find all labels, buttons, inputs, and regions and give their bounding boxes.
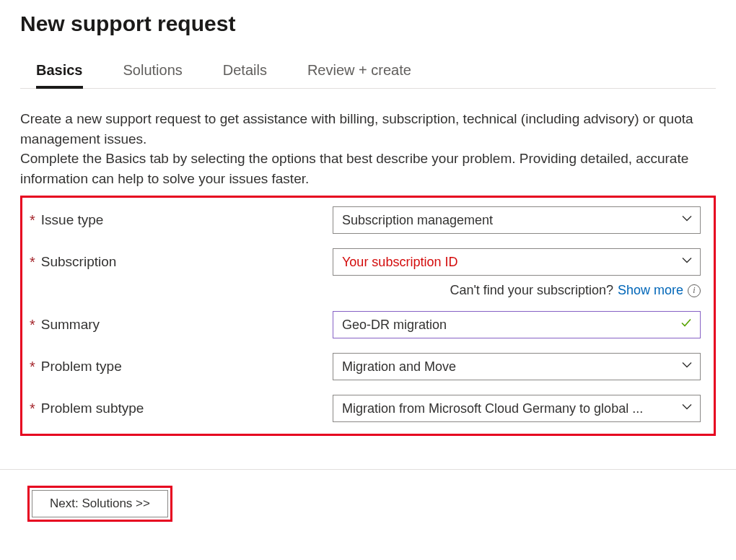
required-asterisk: * — [30, 213, 35, 227]
subscription-helper-text: Can't find your subscription? — [450, 283, 613, 298]
tab-details[interactable]: Details — [223, 56, 267, 89]
required-asterisk: * — [30, 401, 35, 416]
show-more-link[interactable]: Show more — [618, 283, 683, 298]
summary-label: * Summary — [30, 317, 333, 333]
next-solutions-button[interactable]: Next: Solutions >> — [32, 490, 168, 517]
subscription-label: * Subscription — [30, 254, 333, 270]
required-asterisk: * — [30, 318, 35, 332]
intro-line-2: Complete the Basics tab by selecting the… — [20, 151, 688, 186]
problem-subtype-label: * Problem subtype — [30, 401, 333, 416]
chevron-down-icon — [681, 213, 693, 228]
subscription-helper-row: Can't find your subscription? Show more … — [30, 283, 701, 298]
issue-type-label: * Issue type — [30, 212, 333, 228]
problem-subtype-select[interactable]: Migration from Microsoft Cloud Germany t… — [333, 395, 701, 422]
problem-type-label: * Problem type — [30, 359, 333, 375]
chevron-down-icon — [681, 255, 693, 270]
tabs-bar: Basics Solutions Details Review + create — [20, 56, 716, 89]
chevron-down-icon — [681, 401, 693, 416]
form-section-highlight: * Issue type Subscription management * S… — [20, 196, 716, 436]
subscription-select[interactable]: Your subscription ID — [333, 248, 701, 276]
required-asterisk: * — [30, 359, 35, 374]
next-button-highlight: Next: Solutions >> — [27, 486, 172, 522]
required-asterisk: * — [30, 255, 35, 269]
footer-divider — [0, 469, 736, 470]
intro-line-1: Create a new support request to get assi… — [20, 111, 693, 146]
info-icon[interactable]: i — [688, 284, 701, 297]
tab-review-create[interactable]: Review + create — [307, 56, 411, 89]
chevron-down-icon — [681, 359, 693, 375]
intro-text: Create a new support request to get assi… — [20, 109, 716, 188]
issue-type-select[interactable]: Subscription management — [333, 206, 701, 234]
problem-type-select[interactable]: Migration and Move — [333, 353, 701, 380]
summary-input[interactable]: Geo-DR migration — [333, 311, 701, 338]
page-title: New support request — [20, 12, 716, 36]
tab-basics[interactable]: Basics — [36, 56, 83, 89]
checkmark-icon — [680, 317, 693, 333]
tab-solutions[interactable]: Solutions — [123, 56, 183, 89]
